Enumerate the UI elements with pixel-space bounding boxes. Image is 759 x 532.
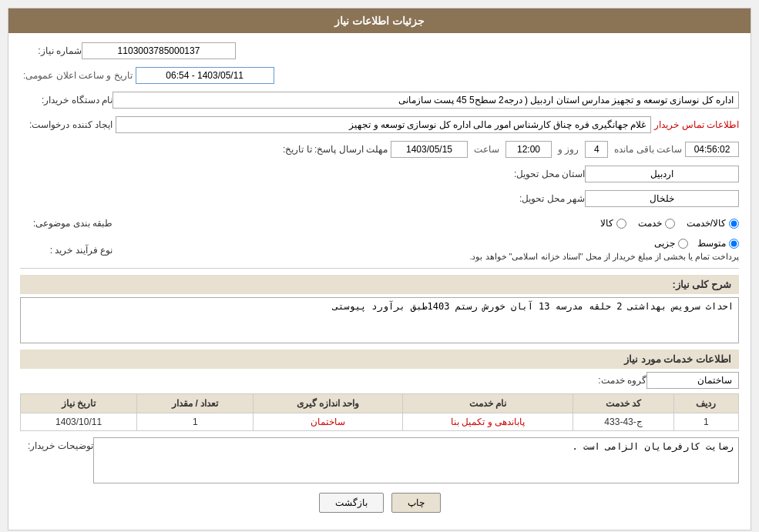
cell-date: 1403/10/11 xyxy=(21,413,137,431)
back-button[interactable]: بازگشت xyxy=(319,493,384,513)
sharh-section-header: شرح کلی نیاز: xyxy=(20,275,739,294)
gorooh-row: ساختمان گروه خدمت: xyxy=(20,372,739,389)
farayand-label: نوع فرآیند خرید : xyxy=(20,245,113,256)
tabaqe-kala[interactable]: کالا xyxy=(600,218,626,229)
cell-radif: 1 xyxy=(673,413,738,431)
col-radif: ردیف xyxy=(673,394,738,413)
sharh-content-row xyxy=(20,297,739,343)
mohlat-rooz-label: روز و xyxy=(558,144,579,155)
cell-unit: ساختمان xyxy=(254,413,403,431)
ostan-value: اردبیل xyxy=(585,166,739,182)
mohlat-saat-label: ساعت xyxy=(474,144,499,155)
farayand-note: پرداخت تمام یا بخشی از مبلغ خریدار از مح… xyxy=(113,252,739,262)
nam-dastan-value: اداره کل نوسازی توسعه و تجهیز مدارس استا… xyxy=(113,92,739,109)
shahr-value: خلخال xyxy=(585,190,739,207)
table-row: 1 ج-43-433 پاباندهی و تکمیل بنا ساختمان … xyxy=(21,413,739,431)
khadamat-section-header: اطلاعات خدمات مورد نیاز xyxy=(20,350,739,369)
nam-dastan-row: اداره کل نوسازی توسعه و تجهیز مدارس استا… xyxy=(20,90,739,110)
shahr-row: خلخال شهر محل تحویل: xyxy=(20,189,739,209)
col-date: تاریخ نیاز xyxy=(21,394,137,413)
cell-name: پاباندهی و تکمیل بنا xyxy=(402,413,573,431)
tozihat-row: توضیحات خریدار: xyxy=(20,437,739,483)
etelaat-link[interactable]: اطلاعات تماس خریدار xyxy=(654,119,739,130)
tozihat-textarea[interactable] xyxy=(93,437,739,483)
countdown-label: ساعت باقی مانده xyxy=(614,144,682,155)
cell-code: ج-43-433 xyxy=(573,413,673,431)
gorooh-label: گروه خدمت: xyxy=(577,375,646,386)
buttons-row: چاپ بازگشت xyxy=(20,493,739,513)
tabaqe-khedmat[interactable]: خدمت xyxy=(638,218,675,229)
tabaqe-label: طبقه بندی موضوعی: xyxy=(20,218,113,229)
ostan-row: اردبیل استان محل تحویل: xyxy=(20,164,739,184)
col-name: نام خدمت xyxy=(402,394,573,413)
tabaqe-kala-khedmat[interactable]: کالا/خدمت xyxy=(687,218,739,229)
mohlat-row: 04:56:02 ساعت باقی مانده 4 روز و 12:00 س… xyxy=(20,139,739,159)
tarikh-row: 1403/05/11 - 06:54 تاریخ و ساعت اعلان عم… xyxy=(20,65,739,85)
page-header: جزئیات اطلاعات نیاز xyxy=(8,8,751,33)
col-count: تعداد / مقدار xyxy=(137,394,254,413)
col-unit: واحد اندازه گیری xyxy=(254,394,403,413)
tarikh-value: 1403/05/11 - 06:54 xyxy=(136,67,274,84)
shomara-value: 1103003785000137 xyxy=(82,42,236,59)
divider-1 xyxy=(20,268,739,269)
col-code: کد خدمت xyxy=(573,394,673,413)
print-button[interactable]: چاپ xyxy=(391,493,441,513)
countdown-value: 04:56:02 xyxy=(685,142,739,157)
service-table: ردیف کد خدمت نام خدمت واحد اندازه گیری ت… xyxy=(20,393,739,431)
gorooh-value: ساختمان xyxy=(646,372,739,389)
shomara-row: 1103003785000137 شماره نیاز: xyxy=(20,41,739,61)
shahr-label: شهر محل تحویل: xyxy=(492,193,585,204)
ostan-label: استان محل تحویل: xyxy=(492,169,585,179)
mohlat-rooz-value: 4 xyxy=(585,141,608,158)
shomara-label: شماره نیاز: xyxy=(20,45,82,56)
ijad-value: غلام جهانگیری فره چناق کارشناس امور مالی… xyxy=(116,116,651,133)
sharh-textarea[interactable] xyxy=(20,297,739,343)
ijad-label: ایجاد کننده درخواست: xyxy=(20,119,113,130)
cell-count: 1 xyxy=(137,413,254,431)
farayand-motavasseet[interactable]: متوسط xyxy=(697,238,739,249)
mohlat-date-value: 1403/05/15 xyxy=(391,141,468,158)
mohlat-label: مهلت ارسال پاسخ: تا تاریخ: xyxy=(275,144,388,155)
tarikh-label: تاریخ و ساعت اعلان عمومی: xyxy=(23,70,133,81)
nam-dastan-label: نام دستگاه خریدار: xyxy=(20,95,113,105)
tabaqe-row: کالا/خدمت خدمت کالا طبقه بندی موضوعی: xyxy=(20,213,739,233)
ijad-row: اطلاعات تماس خریدار غلام جهانگیری فره چن… xyxy=(20,115,739,135)
mohlat-saat-value: 12:00 xyxy=(505,141,552,158)
farayand-row: متوسط جزیی پرداخت تمام یا بخشی از مبلغ خ… xyxy=(20,238,739,262)
farayand-jozi[interactable]: جزیی xyxy=(654,238,688,249)
tozihat-label: توضیحات خریدار: xyxy=(20,437,93,451)
